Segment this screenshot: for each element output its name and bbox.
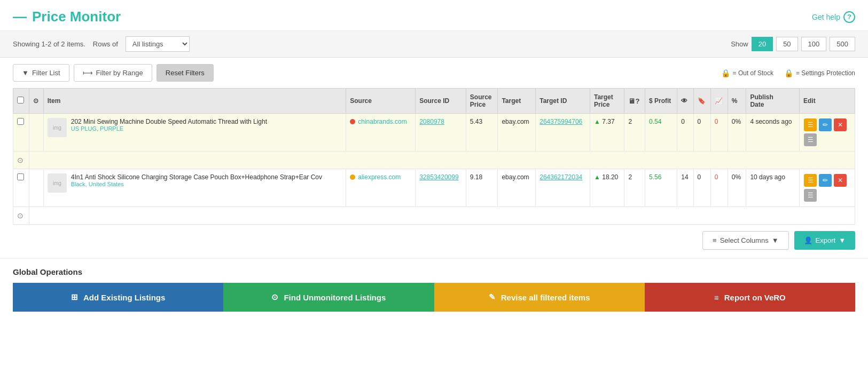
select-columns-button[interactable]: ≡ Select Columns ▼ xyxy=(702,231,789,250)
row2-source: aliexpress.com xyxy=(358,173,401,181)
row2-checkbox[interactable] xyxy=(17,173,24,180)
row1-checkbox[interactable] xyxy=(17,118,24,125)
col-publish-date: PublishDate xyxy=(746,89,800,114)
row1-item-image: img xyxy=(48,118,67,137)
table-row-expand1: ⊙ xyxy=(13,152,855,169)
row1-source-cell: chinabrands.com xyxy=(346,114,416,152)
page-title: — Price Monitor xyxy=(13,9,121,25)
col-checkbox xyxy=(13,89,29,114)
row2-publish-date-cell: 10 days ago xyxy=(746,169,800,207)
report-icon: ≡ xyxy=(714,293,719,302)
row1-list-btn[interactable]: ☰ xyxy=(804,118,817,131)
row2-percent-cell: 0% xyxy=(728,169,746,207)
row2-source-dot xyxy=(350,174,355,180)
col-source-price: SourcePrice xyxy=(466,89,498,114)
row1-publish-date-cell: 4 seconds ago xyxy=(746,114,800,152)
row1-col13-cell: 0 xyxy=(710,114,728,152)
lock-icon: 🔒 xyxy=(721,69,730,77)
row1-source-id[interactable]: 2080978 xyxy=(419,118,444,125)
show-20-button[interactable]: 20 xyxy=(752,37,773,51)
col-target-price: TargetPrice xyxy=(590,89,624,114)
row2-delete-btn[interactable]: ✕ xyxy=(834,174,847,187)
add-icon: ⊞ xyxy=(71,292,78,302)
row2-col13-cell: 0 xyxy=(710,169,728,207)
row1-expand-content xyxy=(29,152,855,169)
row1-target-cell: ebay.com xyxy=(498,114,536,152)
row1-source: chinabrands.com xyxy=(358,118,406,125)
row2-target-id[interactable]: 264362172034 xyxy=(539,173,582,181)
filter-list-label: Filter List xyxy=(32,69,60,77)
row1-item-cell: img 202 Mini Sewing Machine Double Speed… xyxy=(43,114,346,152)
row2-col9-cell: 2 xyxy=(624,169,645,207)
toolbar-left: Showing 1-2 of 2 items. Rows of All list… xyxy=(13,36,190,52)
row2-col11-cell: 14 xyxy=(677,169,693,207)
row2-source-id[interactable]: 32853420099 xyxy=(419,173,458,181)
export-caret: ▼ xyxy=(839,236,846,244)
bottom-toolbar: ≡ Select Columns ▼ 👤 Export ▼ xyxy=(0,225,868,256)
filter-range-label: Filter by Range xyxy=(96,69,143,77)
col-eye: 👁 xyxy=(677,89,693,114)
row1-expand-toggle-cell: ⊙ xyxy=(13,152,29,169)
reset-filters-button[interactable]: Reset Filters xyxy=(157,64,214,82)
row1-target-id[interactable]: 264375994706 xyxy=(539,118,582,125)
legend-stock: 🔒 = Out of Stock xyxy=(721,69,773,77)
find-unmonitored-button[interactable]: ⊙ Find Unmonitored Listings xyxy=(223,283,434,312)
row2-profit-cell: 5.56 xyxy=(645,169,677,207)
col-expand: ⊙ xyxy=(29,89,43,114)
filter-range-button[interactable]: ⟼ Filter by Range xyxy=(74,64,152,82)
row2-target-cell: ebay.com xyxy=(498,169,536,207)
select-columns-caret: ▼ xyxy=(772,236,779,244)
report-vero-label: Report on VeRO xyxy=(724,293,786,302)
title-dash: — xyxy=(13,9,27,25)
export-label: Export xyxy=(816,236,836,244)
revise-label: Revise all filtered items xyxy=(501,293,590,302)
row2-price-arrow: ▲ xyxy=(594,173,600,181)
show-50-button[interactable]: 50 xyxy=(776,37,797,51)
filter-right: 🔒 = Out of Stock 🔒 = Settings Protection xyxy=(721,69,855,77)
row2-extra-btn[interactable]: ☰ xyxy=(804,189,817,202)
col-percent: % xyxy=(728,89,746,114)
row2-list-btn[interactable]: ☰ xyxy=(804,174,817,187)
row2-edit-btn[interactable]: ✏ xyxy=(819,174,832,187)
add-existing-listings-button[interactable]: ⊞ Add Existing Listings xyxy=(13,283,223,312)
row2-expand-toggle-cell: ⊙ xyxy=(13,207,29,225)
columns-icon: ≡ xyxy=(713,236,717,244)
row1-source-id-cell: 2080978 xyxy=(416,114,466,152)
toolbar-row: Showing 1-2 of 2 items. Rows of All list… xyxy=(0,31,868,58)
row1-edit-btn[interactable]: ✏ xyxy=(819,118,832,131)
find-unmonitored-label: Find Unmonitored Listings xyxy=(284,293,386,302)
row2-expand-icon[interactable]: ⊙ xyxy=(17,211,24,220)
row2-source-price-cell: 9.18 xyxy=(466,169,498,207)
col-chart: 📈 xyxy=(710,89,728,114)
col-item: Item xyxy=(43,89,346,114)
row1-extra-btn[interactable]: ☰ xyxy=(804,133,817,146)
show-100-button[interactable]: 100 xyxy=(801,37,827,51)
filter-list-button[interactable]: ▼ Filter List xyxy=(13,64,69,82)
rows-select[interactable]: All listings Active Inactive xyxy=(126,36,190,52)
row1-profit-cell: 0.54 xyxy=(645,114,677,152)
get-help-link[interactable]: Get help ? xyxy=(812,11,855,23)
revise-filtered-button[interactable]: ✎ Revise all filtered items xyxy=(434,283,645,312)
filter-icon: ▼ xyxy=(22,69,29,77)
row1-edit-cell: ☰ ✏ ✕ ☰ xyxy=(800,114,855,152)
row2-source-cell: aliexpress.com xyxy=(346,169,416,207)
select-all-checkbox[interactable] xyxy=(17,97,24,104)
row2-item-name: 4In1 Anti Shock Silicone Charging Storag… xyxy=(71,173,342,181)
row2-target-price-cell: ▲ 18.20 xyxy=(590,169,624,207)
filter-left: ▼ Filter List ⟼ Filter by Range Reset Fi… xyxy=(13,64,214,82)
add-existing-label: Add Existing Listings xyxy=(83,293,165,302)
table-row: img 202 Mini Sewing Machine Double Speed… xyxy=(13,114,855,152)
legend-settings: 🔒 = Settings Protection xyxy=(784,69,855,77)
row1-delete-btn[interactable]: ✕ xyxy=(834,118,847,131)
row2-item-variant: Black, United States xyxy=(71,181,342,187)
report-vero-button[interactable]: ≡ Report on VeRO xyxy=(645,283,855,312)
col-source-id: Source ID xyxy=(416,89,466,114)
row1-expand-icon[interactable]: ⊙ xyxy=(17,156,24,164)
show-500-button[interactable]: 500 xyxy=(830,37,855,51)
range-icon: ⟼ xyxy=(83,69,93,77)
title-text: Price Monitor xyxy=(32,9,121,25)
export-button[interactable]: 👤 Export ▼ xyxy=(794,231,855,250)
table-container: ⊙ Item Source Source ID SourcePrice Targ… xyxy=(0,88,868,225)
col-target: Target xyxy=(498,89,536,114)
row2-source-id-cell: 32853420099 xyxy=(416,169,466,207)
